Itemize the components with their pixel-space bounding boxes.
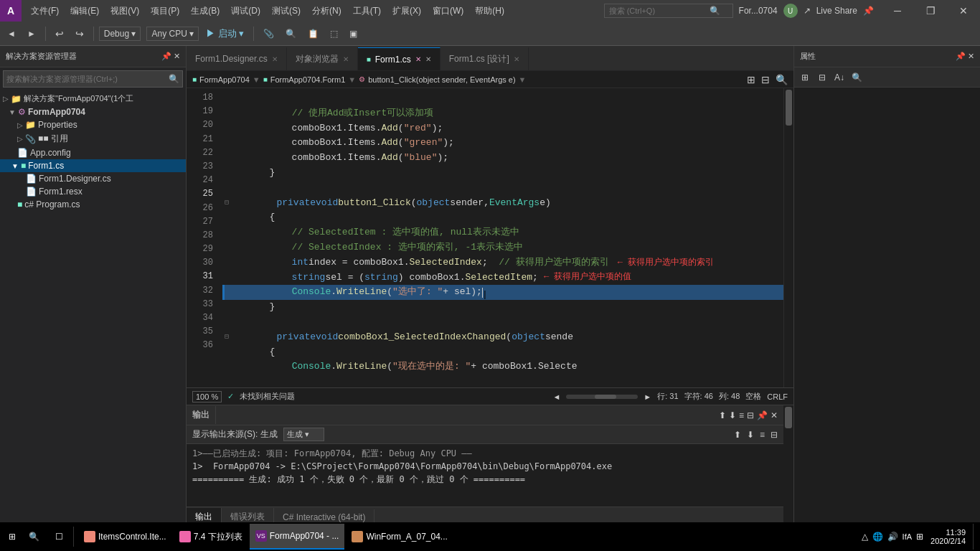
output-ctrl-2[interactable]: ⬇ bbox=[729, 410, 736, 420]
minimize-button[interactable]: ─ bbox=[881, 0, 914, 22]
tree-references[interactable]: ▷ 📎 ■■ 引用 bbox=[0, 131, 186, 146]
tab-form1cs[interactable]: ■ Form1.cs ✕ ✕ bbox=[358, 47, 440, 70]
editor-scrollbar[interactable] bbox=[783, 88, 793, 387]
pin-output-icon[interactable]: 📌 bbox=[757, 410, 768, 420]
taskbar-taskview[interactable]: ☐ bbox=[50, 524, 69, 550]
toolbar-btn-5[interactable]: ▣ bbox=[345, 25, 362, 42]
tree-project[interactable]: ▼ ⚙ FormApp0704 bbox=[0, 105, 186, 118]
tree-programcs[interactable]: ■ c# Program.cs bbox=[0, 198, 186, 211]
start-button[interactable]: ⊞ bbox=[3, 524, 22, 550]
output-content: 1>——已启动生成: 项目: FormApp0704, 配置: Debug An… bbox=[187, 444, 783, 507]
tab-form1design[interactable]: Form1.cs [设计] ✕ bbox=[440, 47, 529, 70]
close-tab-objectbrowser[interactable]: ✕ bbox=[343, 55, 349, 63]
menu-file[interactable]: 文件(F) bbox=[25, 2, 65, 20]
menu-tools[interactable]: 工具(T) bbox=[347, 2, 387, 20]
search-box[interactable]: 🔍 bbox=[604, 4, 733, 18]
output-ctrl-3[interactable]: ≡ bbox=[739, 410, 744, 420]
prop-btn-4[interactable]: 🔍 bbox=[849, 70, 864, 85]
editor-tool-2[interactable]: ⊟ bbox=[761, 74, 770, 85]
close-button[interactable]: ✕ bbox=[947, 0, 980, 22]
scroll-indicator[interactable] bbox=[566, 395, 638, 399]
fold-btn-25[interactable]: ⊟ bbox=[225, 197, 229, 209]
output-ctrl-4[interactable]: ⊟ bbox=[747, 410, 754, 420]
tray-speaker-icon[interactable]: 🔊 bbox=[887, 532, 898, 542]
toolbar-btn-4[interactable]: ⬚ bbox=[326, 25, 342, 42]
taskbar-itemscontrol[interactable]: ItemsControl.Ite... bbox=[78, 524, 172, 550]
menu-project[interactable]: 项目(P) bbox=[145, 2, 185, 20]
prop-btn-1[interactable]: ⊞ bbox=[797, 70, 813, 85]
close-tab-form1cs[interactable]: ✕ bbox=[425, 55, 431, 63]
tree-form1resx[interactable]: 📄 Form1.resx bbox=[0, 185, 186, 198]
tray-network-icon[interactable]: 🌐 bbox=[872, 532, 883, 542]
tree-form1designer[interactable]: 📄 Form1.Designer.cs bbox=[0, 172, 186, 185]
pin-properties-icon[interactable]: 📌 bbox=[956, 52, 966, 61]
menu-debug[interactable]: 调试(D) bbox=[225, 2, 266, 20]
output-scrollbar[interactable] bbox=[783, 405, 793, 527]
output-ctrl-1[interactable]: ⬆ bbox=[719, 410, 726, 420]
forward-button[interactable]: ► bbox=[23, 25, 40, 42]
prop-btn-2[interactable]: ⊟ bbox=[814, 70, 830, 85]
menu-extensions[interactable]: 扩展(X) bbox=[387, 2, 427, 20]
output-action-1[interactable]: ⬆ bbox=[734, 430, 741, 440]
toolbar-btn-1[interactable]: 📎 bbox=[259, 25, 278, 42]
menu-help[interactable]: 帮助(H) bbox=[469, 2, 510, 20]
scrollbar-thumb[interactable] bbox=[786, 90, 792, 126]
menu-edit[interactable]: 编辑(E) bbox=[65, 2, 105, 20]
close-properties-icon[interactable]: ✕ bbox=[968, 52, 974, 61]
output-scroll-thumb[interactable] bbox=[785, 407, 792, 428]
close-tab-form1design[interactable]: ✕ bbox=[514, 55, 519, 63]
output-source-dropdown[interactable]: 生成 ▾ bbox=[283, 428, 324, 441]
run-button[interactable]: ▶ 启动 ▾ bbox=[202, 26, 248, 42]
debug-config-dropdown[interactable]: Debug ▾ bbox=[99, 27, 141, 41]
code-line-23: } bbox=[225, 166, 783, 181]
cpu-config-dropdown[interactable]: Any CPU ▾ bbox=[146, 27, 199, 41]
back-button[interactable]: ◄ bbox=[3, 25, 20, 42]
taskbar-winform[interactable]: WinForm_A_07_04... bbox=[346, 524, 453, 550]
fold-btn-34[interactable]: ⊟ bbox=[225, 331, 229, 343]
editor-tool-3[interactable]: 🔍 bbox=[776, 74, 788, 85]
menu-test[interactable]: 测试(S) bbox=[266, 2, 306, 20]
sidebar-search-input[interactable] bbox=[6, 75, 169, 83]
taskbar-formapp[interactable]: VS FormApp0704 - ... bbox=[250, 524, 345, 550]
code-editor[interactable]: 18 19 20 21 22 23 24 25 26 27 28 29 30 3… bbox=[187, 88, 793, 387]
undo-button[interactable]: ↩ bbox=[51, 25, 68, 42]
menu-analyze[interactable]: 分析(N) bbox=[306, 2, 347, 20]
zoom-control[interactable]: 100 % bbox=[192, 391, 222, 402]
output-action-4[interactable]: ⊟ bbox=[771, 430, 778, 440]
tab-form1designer[interactable]: Form1.Designer.cs ✕ bbox=[187, 47, 287, 70]
editor-tool-1[interactable]: ⊞ bbox=[747, 74, 755, 85]
taskbar-search[interactable]: 🔍 bbox=[23, 524, 48, 550]
prop-btn-sort[interactable]: A↓ bbox=[831, 70, 847, 85]
tree-properties[interactable]: ▷ 📁 Properties bbox=[0, 118, 186, 131]
toolbar-btn-3[interactable]: 📋 bbox=[303, 25, 323, 42]
tree-solution[interactable]: ▷ 📁 解决方案"FormApp0704"(1个工 bbox=[0, 92, 186, 105]
output-action-2[interactable]: ⬇ bbox=[747, 430, 754, 440]
close-sidebar-icon[interactable]: ✕ bbox=[174, 52, 180, 61]
redo-button[interactable]: ↪ bbox=[71, 25, 88, 42]
sidebar-search-box[interactable]: 🔍 bbox=[3, 70, 183, 88]
menu-window[interactable]: 窗口(W) bbox=[427, 2, 469, 20]
close-tab-form1designer[interactable]: ✕ bbox=[272, 55, 278, 63]
close-output-icon[interactable]: ✕ bbox=[771, 410, 778, 420]
search-input[interactable] bbox=[609, 6, 710, 15]
breadcrumb-part2[interactable]: FormApp0704.Form1 bbox=[270, 75, 346, 84]
tab-objectbrowser[interactable]: 对象浏览器 ✕ bbox=[287, 47, 358, 70]
tree-appconfig[interactable]: 📄 App.config bbox=[0, 146, 186, 159]
taskbar-74[interactable]: 7.4 下拉列表 bbox=[174, 524, 248, 550]
breadcrumb-part3[interactable]: button1_Click(object sender, EventArgs e… bbox=[368, 75, 515, 84]
nav-next[interactable]: ► bbox=[644, 392, 651, 401]
tree-form1cs[interactable]: ▼ ■ Form1.cs bbox=[0, 159, 186, 172]
nav-prev[interactable]: ◄ bbox=[552, 392, 560, 401]
toolbar-btn-2[interactable]: 🔍 bbox=[281, 25, 301, 42]
pin-icon[interactable]: 📌 bbox=[863, 6, 874, 16]
restore-button[interactable]: ❐ bbox=[914, 0, 947, 22]
breadcrumb-part1[interactable]: FormApp0704 bbox=[199, 75, 250, 84]
code-content[interactable]: // 使用Add或Insert可以添加项 comboBox1.Items.Add… bbox=[219, 88, 783, 387]
tray-up-icon[interactable]: △ bbox=[862, 532, 868, 542]
live-share-label[interactable]: Live Share bbox=[816, 6, 857, 16]
menu-build[interactable]: 生成(B) bbox=[185, 2, 225, 20]
menu-view[interactable]: 视图(V) bbox=[105, 2, 145, 20]
pin-sidebar-icon[interactable]: 📌 bbox=[161, 52, 171, 61]
output-action-3[interactable]: ≡ bbox=[760, 430, 765, 440]
show-desktop-button[interactable] bbox=[973, 524, 977, 550]
